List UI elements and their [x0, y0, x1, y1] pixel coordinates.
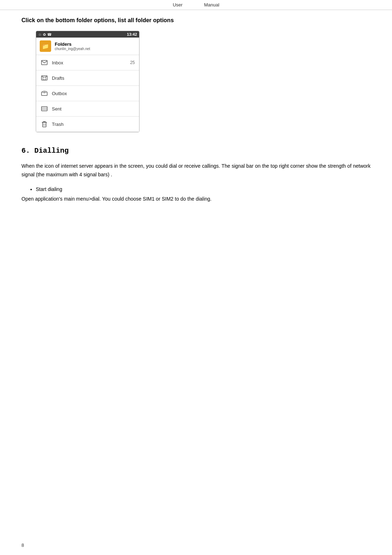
sent-icon [40, 105, 48, 113]
chapter-number: 6. [21, 147, 30, 155]
folder-item-sent-left: Sent [40, 105, 62, 113]
header-user: User [173, 2, 182, 8]
folder-item-trash-left: Trash [40, 120, 64, 128]
bullet-sub-text: Open application's main menu>dial. You c… [21, 195, 371, 203]
bullet-heading: Start dialing [36, 186, 62, 192]
chapter-title: Dialling [34, 147, 69, 155]
drafts-label: Drafts [52, 75, 64, 81]
main-content: Click on the bottom folder options, list… [0, 10, 392, 217]
main-paragraph: When the icon of internet server appears… [21, 162, 371, 179]
page-header: User Manual [0, 0, 392, 10]
bullet-list: Start dialing [21, 186, 371, 192]
bullet-item-start-dialing: Start dialing [36, 186, 371, 192]
folder-item-outbox-left: Outbox [40, 89, 67, 97]
section-title: Click on the bottom folder options, list… [21, 17, 371, 24]
folder-item-trash[interactable]: Trash [36, 117, 139, 132]
outbox-icon [40, 89, 48, 97]
folder-item-sent[interactable]: Sent [36, 101, 139, 117]
page-number: 8 [21, 542, 24, 548]
svg-rect-4 [43, 77, 46, 80]
trash-icon [40, 120, 48, 128]
status-icon-1: ☆ [38, 33, 41, 36]
inbox-count: 25 [130, 60, 135, 65]
status-icon-2: ✿ [43, 33, 46, 36]
folder-icon: 📁 [42, 43, 49, 50]
svg-rect-0 [41, 60, 47, 65]
phone-screenshot: ☆ ✿ ☎ 13:42 📁 Folders chunlin_ing@yeah.n… [36, 31, 139, 132]
status-icon-3: ☎ [47, 33, 52, 36]
phone-status-bar: ☆ ✿ ☎ 13:42 [36, 31, 139, 38]
chapter-heading: 6. Dialling [21, 147, 371, 155]
folder-header: 📁 Folders chunlin_ing@yeah.net [36, 38, 139, 55]
status-bar-left: ☆ ✿ ☎ [38, 33, 52, 36]
folder-item-outbox[interactable]: Outbox [36, 86, 139, 101]
svg-rect-8 [41, 107, 47, 111]
folder-email: chunlin_ing@yeah.net [55, 47, 90, 51]
folder-item-drafts[interactable]: Drafts [36, 70, 139, 86]
sent-label: Sent [52, 106, 62, 112]
folder-item-drafts-left: Drafts [40, 74, 64, 82]
header-manual: Manual [204, 2, 219, 8]
folder-list: Inbox 25 Drafts [36, 55, 139, 132]
folder-item-inbox-left: Inbox [40, 59, 63, 67]
folder-item-inbox[interactable]: Inbox 25 [36, 55, 139, 70]
inbox-label: Inbox [52, 60, 63, 65]
outbox-label: Outbox [52, 91, 67, 96]
drafts-icon [40, 74, 48, 82]
svg-rect-11 [43, 122, 46, 127]
folder-title: Folders [55, 41, 90, 47]
folder-icon-box: 📁 [40, 40, 51, 52]
trash-label: Trash [52, 122, 64, 127]
status-time: 13:42 [127, 32, 137, 36]
folder-info: Folders chunlin_ing@yeah.net [55, 41, 90, 51]
inbox-icon [40, 59, 48, 67]
